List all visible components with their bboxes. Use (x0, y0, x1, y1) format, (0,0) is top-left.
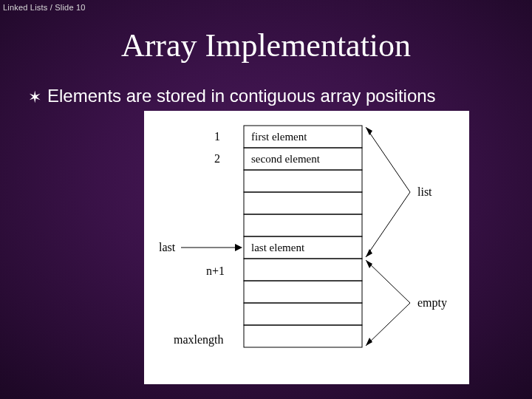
slide-header: Linked Lists / Slide 10 (3, 3, 86, 12)
svg-rect-4 (244, 214, 362, 236)
last-arrow-head-icon (235, 244, 242, 251)
cell-first-element: first element (251, 131, 307, 143)
slide-title: Array Implementation (0, 27, 532, 64)
svg-line-11 (366, 192, 410, 257)
svg-rect-7 (244, 281, 362, 303)
index-maxlength-label: maxlength (174, 333, 224, 347)
svg-rect-6 (244, 259, 362, 281)
svg-marker-17 (366, 338, 372, 346)
bullet-star-icon: ✶ (28, 87, 41, 108)
cell-second-element: second element (251, 153, 321, 165)
svg-rect-3 (244, 192, 362, 214)
bullet-text: Elements are stored in contiguous array … (47, 85, 436, 107)
svg-rect-8 (244, 303, 362, 325)
svg-marker-16 (366, 260, 372, 268)
last-pointer-label: last (159, 241, 176, 253)
cell-last-element: last element (251, 242, 305, 253)
list-brace (366, 127, 410, 257)
svg-line-10 (366, 127, 410, 192)
empty-brace (366, 260, 410, 346)
array-diagram: first element second element last elemen… (144, 111, 469, 384)
index-1-label: 1 (214, 130, 220, 143)
index-2-label: 2 (214, 152, 220, 165)
empty-label: empty (417, 296, 447, 310)
list-label: list (417, 185, 432, 198)
index-nplus1-label: n+1 (206, 265, 225, 277)
slide: Linked Lists / Slide 10 Array Implementa… (0, 0, 532, 399)
svg-line-15 (366, 303, 410, 346)
svg-marker-13 (366, 249, 372, 257)
bullet-item: ✶ Elements are stored in contiguous arra… (28, 85, 502, 108)
svg-rect-9 (244, 325, 362, 347)
svg-marker-12 (366, 127, 372, 135)
svg-line-14 (366, 260, 410, 303)
svg-rect-2 (244, 170, 362, 192)
